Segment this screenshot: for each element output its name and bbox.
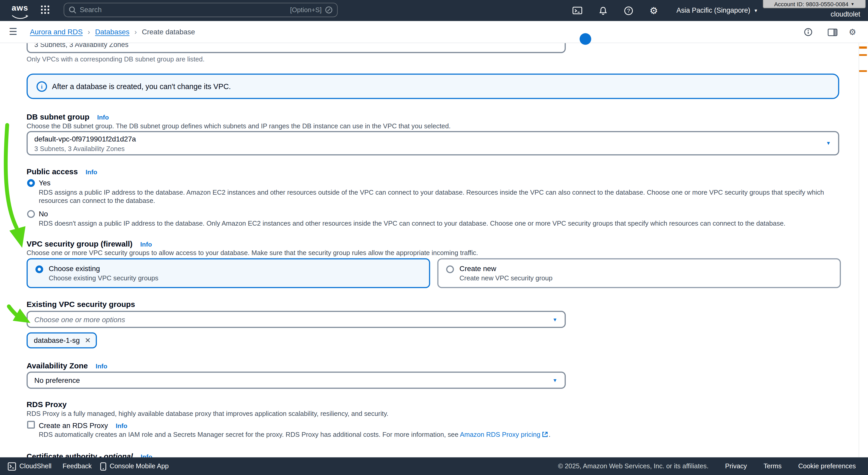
choose-existing-radio[interactable]: [35, 265, 43, 273]
rds-proxy-checkbox-label: Create an RDS Proxy: [39, 421, 108, 430]
annotation-overlay: [0, 0, 868, 475]
token-dismiss-icon[interactable]: ✕: [85, 337, 91, 344]
public-access-yes-label: Yes: [39, 179, 51, 187]
public-access-yes-radio[interactable]: [27, 179, 35, 187]
account-id-text: Account ID: 9803-0550-0084: [774, 1, 848, 7]
public-access-yes-description: RDS assigns a public IP address to the d…: [39, 189, 841, 205]
search-shortcut-icon: [325, 6, 333, 14]
account-name[interactable]: cloudtolet: [831, 10, 860, 18]
scrollbar-marker: [859, 46, 867, 49]
settings-gear-icon[interactable]: ⚙: [646, 0, 662, 21]
console-mobile-app-label: Console Mobile App: [110, 462, 169, 470]
vpc-constraint-text: Only VPCs with a corresponding DB subnet…: [27, 55, 205, 63]
search-input[interactable]: Search [Option+S]: [64, 3, 338, 17]
db-subnet-group-label: DB subnet group: [27, 112, 89, 121]
alert-text: After a database is created, you can't c…: [52, 82, 231, 90]
region-label: Asia Pacific (Singapore): [677, 7, 750, 14]
console-footer: CloudShell Feedback Console Mobile App ©…: [0, 457, 868, 475]
partial-selected-indicator-icon: [580, 33, 591, 45]
mobile-phone-icon: [100, 462, 106, 470]
screenshot-stage: aws Search [Option+S]: [0, 0, 868, 475]
terms-link[interactable]: Terms: [764, 462, 782, 470]
rds-proxy-checkbox[interactable]: [27, 421, 35, 429]
existing-sg-label: Existing VPC security groups: [27, 300, 135, 308]
search-shortcut-label: [Option+S]: [290, 6, 321, 14]
info-icon: i: [36, 81, 47, 92]
vpc-sg-description: Choose one or more VPC security groups t…: [27, 249, 478, 257]
privacy-link[interactable]: Privacy: [725, 462, 747, 470]
vpc-sg-info-link[interactable]: Info: [140, 241, 152, 248]
sg-token: database-1-sg ✕: [27, 332, 97, 348]
tile-choose-existing[interactable]: Choose existing Choose existing VPC secu…: [27, 258, 430, 288]
scrollbar-marker: [859, 70, 867, 72]
existing-sg-multiselect[interactable]: Choose one or more options ▼: [27, 311, 566, 328]
chevron-down-icon: ▼: [826, 140, 831, 146]
db-subnet-group-value: default-vpc-0f9719901f2d1d27a: [34, 135, 136, 143]
az-select[interactable]: No preference ▼: [27, 372, 566, 389]
rds-proxy-description: RDS Proxy is a fully managed, highly ava…: [27, 410, 389, 417]
rds-proxy-label: RDS Proxy: [27, 400, 67, 409]
public-access-label: Public access: [27, 167, 78, 176]
rds-proxy-detail-pre: RDS automatically creates an IAM role an…: [39, 431, 460, 439]
cookie-preferences-link[interactable]: Cookie preferences: [798, 462, 856, 470]
rds-proxy-checkbox-row: Create an RDS ProxyInfo: [39, 420, 127, 430]
public-access-no-radio[interactable]: [27, 210, 35, 218]
search-placeholder: Search: [80, 6, 290, 14]
rds-proxy-info-link[interactable]: Info: [116, 422, 127, 429]
create-new-radio[interactable]: [446, 265, 454, 273]
create-new-description: Create new VPC security group: [460, 274, 553, 282]
az-info-link[interactable]: Info: [96, 363, 107, 369]
public-access-no-label: No: [39, 210, 48, 218]
db-subnet-group-select[interactable]: default-vpc-0f9719901f2d1d27a 3 Subnets,…: [27, 131, 839, 156]
tools-panel-border: [859, 43, 859, 457]
breadcrumb-bar: ☰ Aurora and RDS › Databases › Create da…: [0, 21, 868, 43]
preferences-gear-icon[interactable]: ⚙: [846, 26, 859, 39]
cloudshell-terminal-icon[interactable]: [569, 0, 586, 21]
tile-create-new[interactable]: Create new Create new VPC security group: [437, 258, 841, 288]
external-link-icon: [542, 431, 548, 438]
top-navigation-bar: aws Search [Option+S]: [0, 0, 868, 21]
aws-console-viewport: aws Search [Option+S]: [0, 0, 868, 475]
vpc-sg-label-row: VPC security group (firewall)Info: [27, 239, 152, 249]
notifications-bell-icon[interactable]: [595, 0, 611, 21]
annotation-arrow-vpc-sg: [6, 125, 25, 248]
az-value: No preference: [34, 376, 80, 384]
chevron-right-icon: ›: [88, 28, 90, 36]
console-mobile-app-button[interactable]: Console Mobile App: [100, 457, 169, 475]
svg-text:?: ?: [627, 7, 630, 14]
rds-proxy-detail: RDS automatically creates an IAM role an…: [39, 431, 550, 439]
db-subnet-group-value-subtitle: 3 Subnets, 3 Availability Zones: [34, 145, 125, 152]
account-id-tooltip[interactable]: Account ID: 9803-0550-0084 ▼: [763, 0, 866, 8]
region-caret-icon: ▼: [753, 8, 758, 13]
info-panel-icon[interactable]: [802, 26, 815, 39]
help-icon[interactable]: ?: [620, 0, 637, 21]
chevron-down-icon: ▼: [553, 377, 557, 383]
hamburger-menu-icon[interactable]: ☰: [9, 26, 17, 38]
sg-token-label: database-1-sg: [34, 336, 80, 344]
public-access-label-row: Public accessInfo: [27, 167, 97, 177]
cloudshell-label: CloudShell: [20, 462, 52, 470]
aws-smile-icon: [12, 15, 28, 20]
cloudshell-button[interactable]: CloudShell: [8, 457, 52, 475]
cloudshell-icon: [8, 462, 16, 470]
db-subnet-group-label-row: DB subnet groupInfo: [27, 112, 109, 122]
services-grid-icon[interactable]: [41, 5, 49, 16]
rds-proxy-detail-post: .: [549, 431, 550, 439]
region-selector[interactable]: Asia Pacific (Singapore) ▼: [677, 0, 758, 21]
feedback-button[interactable]: Feedback: [63, 457, 92, 475]
split-panel-icon[interactable]: [826, 26, 839, 39]
vpc-sg-label: VPC security group (firewall): [27, 240, 132, 248]
search-icon: [69, 6, 76, 14]
az-label-row: Availability ZoneInfo: [27, 361, 107, 371]
rds-proxy-pricing-link[interactable]: Amazon RDS Proxy pricing: [460, 431, 540, 439]
footer-legal: © 2025, Amazon Web Services, Inc. or its…: [558, 457, 856, 475]
breadcrumb-aurora-rds[interactable]: Aurora and RDS: [30, 28, 83, 36]
public-access-info-link[interactable]: Info: [86, 169, 97, 175]
db-subnet-group-info-link[interactable]: Info: [97, 114, 109, 121]
public-access-no-description: RDS doesn't assign a public IP address t…: [39, 219, 785, 227]
chevron-right-icon: ›: [134, 28, 137, 36]
breadcrumb-databases[interactable]: Databases: [95, 28, 129, 36]
choose-existing-description: Choose existing VPC security groups: [49, 274, 158, 282]
aws-logo[interactable]: aws: [9, 3, 31, 22]
breadcrumb: Aurora and RDS › Databases › Create data…: [30, 28, 195, 36]
